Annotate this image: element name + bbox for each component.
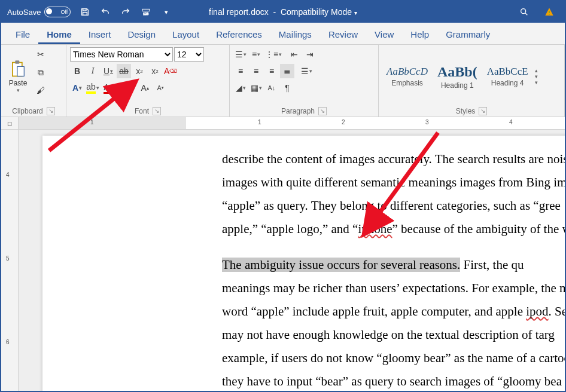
svg-rect-8 <box>15 60 19 64</box>
copy-icon[interactable]: ⧉ <box>34 65 48 79</box>
tab-references[interactable]: References <box>208 24 270 44</box>
bullets-button[interactable]: ☰▾ <box>233 47 248 62</box>
subscript-button[interactable]: x2 <box>132 64 147 78</box>
tab-view[interactable]: View <box>366 24 402 44</box>
format-123-icon[interactable]: 123 <box>138 4 154 20</box>
borders-button[interactable]: ▦▾ <box>249 81 263 95</box>
italic-button[interactable]: I <box>86 64 100 78</box>
group-label-clipboard: Clipboard <box>12 107 42 115</box>
doc-mode[interactable]: Compatibility Mode <box>281 7 352 17</box>
title-bar: AutoSave Off 123 ▾ final report.docx - C… <box>1 1 565 23</box>
group-label-styles: Styles <box>456 107 476 115</box>
group-font: Times New Roman 12 B I U▾ ab x2 x2 A⌫ A▾… <box>66 45 230 117</box>
sort-button[interactable]: A↓ <box>264 81 279 95</box>
tab-grammarly[interactable]: Grammarly <box>437 24 498 44</box>
autosave-switch[interactable]: Off <box>44 7 71 17</box>
autosave-toggle[interactable]: AutoSave Off <box>5 7 73 17</box>
svg-point-4 <box>521 9 526 14</box>
svg-rect-2 <box>142 9 150 11</box>
tab-layout[interactable]: Layout <box>164 24 208 44</box>
justify-button[interactable]: ≣ <box>280 64 294 78</box>
underline-button[interactable]: U▾ <box>101 64 115 78</box>
align-left-button[interactable]: ≡ <box>233 64 248 78</box>
superscript-button[interactable]: x2 <box>148 64 162 78</box>
tab-design[interactable]: Design <box>119 24 164 44</box>
group-styles: AaBbCcDEmphasisAaBb(Heading 1AaBbCcEHead… <box>379 45 565 117</box>
text-effects-button[interactable]: A▾ <box>70 81 84 95</box>
save-icon[interactable] <box>77 4 93 20</box>
group-label-font: Font <box>135 107 149 115</box>
font-size-combo[interactable]: 12 <box>174 47 204 62</box>
font-dialog-icon[interactable]: ↘ <box>153 107 161 115</box>
svg-rect-5 <box>549 11 549 13</box>
document-body[interactable]: describe the content of images accuratel… <box>222 148 565 392</box>
group-clipboard: Paste ▾ ✂ ⧉ 🖌 Clipboard↘ <box>1 45 66 117</box>
align-center-button[interactable]: ≡ <box>249 64 263 78</box>
shading-button[interactable]: ◢▾ <box>233 81 248 95</box>
svg-rect-1 <box>83 13 87 16</box>
svg-rect-9 <box>17 66 24 76</box>
line-spacing-button[interactable]: ☰▾ <box>299 64 314 78</box>
style-emphasis[interactable]: AaBbCcDEmphasis <box>382 64 432 89</box>
undo-icon[interactable] <box>97 4 114 20</box>
clipboard-dialog-icon[interactable]: ↘ <box>47 107 55 115</box>
group-label-paragraph: Paragraph <box>281 107 315 115</box>
paragraph-dialog-icon[interactable]: ↘ <box>318 107 327 115</box>
ruler-corner: ◻ <box>1 117 19 129</box>
qat-customize-icon[interactable]: ▾ <box>158 4 175 20</box>
show-marks-button[interactable]: ¶ <box>280 81 294 95</box>
search-icon[interactable] <box>516 4 532 20</box>
format-painter-icon[interactable]: 🖌 <box>34 83 48 97</box>
svg-rect-6 <box>549 14 549 14</box>
clear-format-button[interactable]: A⌫ <box>163 64 178 78</box>
styles-gallery[interactable]: AaBbCcDEmphasisAaBb(Heading 1AaBbCcEHead… <box>382 62 532 91</box>
styles-dialog-icon[interactable]: ↘ <box>479 107 487 115</box>
paste-button[interactable]: Paste ▾ <box>5 47 31 106</box>
font-color-button[interactable]: A▾ <box>101 81 115 95</box>
tab-help[interactable]: Help <box>402 24 437 44</box>
group-paragraph: ☰▾ ≡▾ ⋮≡▾ ⇤ ⇥ ≡ ≡ ≡ ≣ ☰▾ ◢▾ ▦▾ A↓ ¶ <box>230 45 379 117</box>
svg-rect-0 <box>83 9 86 11</box>
tab-review[interactable]: Review <box>320 24 366 44</box>
redo-icon[interactable] <box>117 4 134 20</box>
tab-insert[interactable]: Insert <box>80 24 120 44</box>
strikethrough-button[interactable]: ab <box>117 64 131 78</box>
align-right-button[interactable]: ≡ <box>264 64 279 78</box>
doc-filename: final report.docx <box>209 7 269 17</box>
autosave-label: AutoSave <box>7 8 41 17</box>
cut-icon[interactable]: ✂ <box>34 47 48 62</box>
warning-icon[interactable] <box>541 4 558 20</box>
change-case-button[interactable]: Aa▾ <box>117 81 132 95</box>
ruler-vertical[interactable]: 4 5 6 <box>1 130 19 392</box>
ribbon: Paste ▾ ✂ ⧉ 🖌 Clipboard↘ Times New Roman… <box>1 45 565 117</box>
ruler-horizontal[interactable]: ◻ 1 1 2 3 4 <box>1 117 565 130</box>
style-heading-1[interactable]: AaBb(Heading 1 <box>433 62 482 91</box>
bold-button[interactable]: B <box>70 64 84 78</box>
font-family-combo[interactable]: Times New Roman <box>70 47 173 62</box>
decrease-indent-button[interactable]: ⇤ <box>287 47 302 62</box>
increase-indent-button[interactable]: ⇥ <box>303 47 317 62</box>
grow-font-button[interactable]: A▴ <box>138 81 152 95</box>
ribbon-tabs: File Home Insert Design Layout Reference… <box>1 23 565 45</box>
document-area[interactable]: describe the content of images accuratel… <box>19 130 565 392</box>
svg-text:123: 123 <box>144 12 149 16</box>
tab-file[interactable]: File <box>7 24 38 44</box>
selected-text[interactable]: The ambiguity issue occurs for several r… <box>222 258 460 272</box>
highlight-button[interactable]: ab▾ <box>86 81 100 95</box>
style-heading-4[interactable]: AaBbCcEHeading 4 <box>483 64 532 89</box>
tab-mailings[interactable]: Mailings <box>270 24 320 44</box>
multilevel-button[interactable]: ⋮≡▾ <box>264 47 282 62</box>
numbering-button[interactable]: ≡▾ <box>249 47 263 62</box>
tab-home[interactable]: Home <box>38 24 80 44</box>
styles-more-button[interactable]: ▴▾▾ <box>535 68 538 85</box>
shrink-font-button[interactable]: A▾ <box>153 81 168 95</box>
